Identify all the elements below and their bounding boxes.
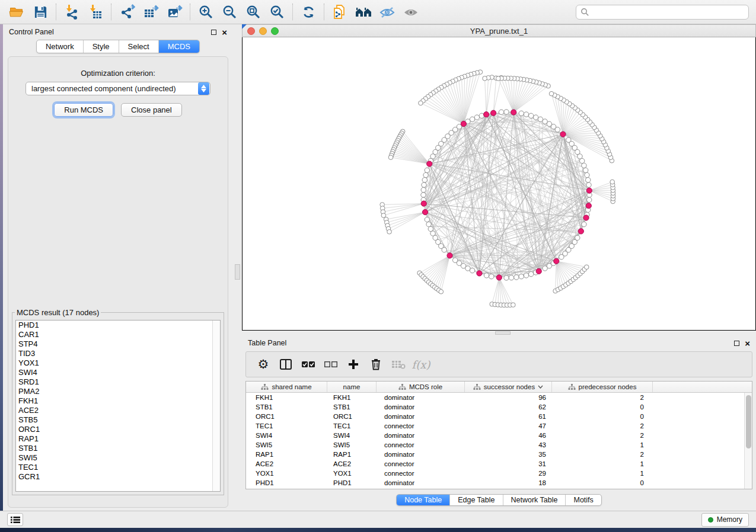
- select-all-icon[interactable]: [297, 354, 320, 374]
- criterion-value: largest connected component (undirected): [26, 84, 198, 93]
- zoom-selected-icon[interactable]: [265, 2, 289, 22]
- mcds-result-item[interactable]: PHD1: [16, 321, 220, 330]
- column-header-successor-nodes[interactable]: successor nodes: [465, 382, 552, 392]
- table-scrollbar-thumb[interactable]: [746, 395, 751, 448]
- mcds-list-scrollbar[interactable]: [212, 321, 220, 491]
- splitter-grip[interactable]: [495, 331, 511, 335]
- column-header-name[interactable]: name: [327, 382, 377, 392]
- float-panel-icon[interactable]: [734, 341, 739, 346]
- criterion-select[interactable]: largest connected component (undirected): [25, 82, 210, 95]
- zoom-fit-icon[interactable]: [241, 2, 265, 22]
- close-panel-icon[interactable]: ×: [222, 30, 227, 35]
- select-stepper-icon: [198, 82, 209, 95]
- table-row[interactable]: ACE2 ACE2 connector 31 1: [246, 459, 752, 469]
- tab-network[interactable]: Network: [37, 40, 83, 53]
- hide-selected-icon[interactable]: [375, 2, 399, 22]
- export-network-icon[interactable]: [115, 2, 139, 22]
- mcds-result-title: MCDS result (17 nodes): [15, 308, 101, 317]
- tab-motifs[interactable]: Motifs: [565, 495, 601, 505]
- fx-label: f(x): [412, 358, 430, 371]
- delete-table-icon: [387, 354, 410, 374]
- network-window-titlebar[interactable]: YPA_prune.txt_1: [242, 24, 756, 37]
- open-file-icon[interactable]: [5, 2, 28, 22]
- mcds-result-item[interactable]: STB1: [16, 444, 220, 453]
- mcds-result-item[interactable]: ORC1: [16, 425, 220, 434]
- table-row[interactable]: RAP1 RAP1 dominator 35 2: [246, 450, 752, 459]
- tab-style[interactable]: Style: [83, 40, 119, 53]
- zoom-in-icon[interactable]: [194, 2, 218, 22]
- refresh-icon[interactable]: [296, 2, 320, 22]
- add-column-icon[interactable]: [342, 354, 365, 374]
- mcds-result-item[interactable]: CAR1: [16, 330, 220, 339]
- search-field[interactable]: [576, 5, 749, 20]
- horizontal-splitter[interactable]: [242, 331, 756, 335]
- memory-button[interactable]: Memory: [701, 513, 749, 527]
- table-row[interactable]: STB1 STB1 dominator 62 0: [246, 402, 752, 412]
- mcds-result-item[interactable]: YOX1: [16, 358, 220, 368]
- table-row[interactable]: PHD1 PHD1 dominator 18 0: [246, 478, 752, 488]
- mcds-result-item[interactable]: GCR1: [16, 472, 220, 482]
- tab-node-table[interactable]: Node Table: [397, 495, 449, 505]
- tab-mcds[interactable]: MCDS: [158, 40, 199, 53]
- mcds-result-group: MCDS result (17 nodes) PHD1CAR1STP4TID3Y…: [12, 308, 224, 495]
- clone-network-icon[interactable]: [328, 2, 352, 22]
- toolbar-separator: [56, 4, 56, 20]
- mcds-result-list[interactable]: PHD1CAR1STP4TID3YOX1SWI4SRD1PMA2FKH1ACE2…: [15, 320, 221, 492]
- splitter-grip[interactable]: [235, 264, 240, 280]
- mcds-result-item[interactable]: TID3: [16, 349, 220, 358]
- mcds-result-item[interactable]: STB5: [16, 415, 220, 425]
- column-header-shared-name[interactable]: shared name: [246, 382, 327, 392]
- vertical-splitter[interactable]: [233, 24, 242, 511]
- mcds-result-item[interactable]: PMA2: [16, 387, 220, 396]
- import-table-icon[interactable]: [84, 2, 107, 22]
- close-panel-button[interactable]: Close panel: [121, 103, 182, 117]
- network-view-window: YPA_prune.txt_1: [242, 24, 756, 331]
- mcds-result-item[interactable]: RAP1: [16, 434, 220, 444]
- table-row[interactable]: TEC1 TEC1 connector 47 2: [246, 421, 752, 431]
- show-all-icon[interactable]: [399, 2, 423, 22]
- table-row[interactable]: ORC1 ORC1 dominator 61 0: [246, 412, 752, 421]
- table-row[interactable]: SWI4 SWI4 dominator 46 2: [246, 431, 752, 440]
- delete-column-icon[interactable]: [365, 354, 387, 374]
- deselect-all-icon[interactable]: [320, 354, 342, 374]
- list-icon: [11, 516, 20, 524]
- close-panel-icon[interactable]: ×: [745, 341, 750, 346]
- table-row[interactable]: YOX1 YOX1 connector 29 1: [246, 469, 752, 478]
- column-visibility-icon[interactable]: [275, 354, 297, 374]
- mcds-result-item[interactable]: STP4: [16, 339, 220, 349]
- column-header-mcds-role[interactable]: MCDS role: [377, 382, 465, 392]
- export-table-icon[interactable]: [139, 2, 162, 22]
- mcds-result-item[interactable]: SWI5: [16, 453, 220, 463]
- tab-network-table[interactable]: Network Table: [503, 495, 566, 505]
- float-panel-icon[interactable]: [211, 30, 216, 35]
- table-row[interactable]: SWI5 SWI5 connector 43 1: [246, 440, 752, 450]
- table-toolbar: ⚙: [245, 351, 752, 377]
- table-row[interactable]: FKH1 FKH1 dominator 96 2: [246, 393, 752, 402]
- tab-edge-table[interactable]: Edge Table: [449, 495, 502, 505]
- network-graph[interactable]: [243, 37, 755, 329]
- export-image-icon[interactable]: [162, 2, 186, 22]
- run-mcds-button[interactable]: Run MCDS: [54, 103, 113, 117]
- table-scrollbar[interactable]: [744, 393, 752, 489]
- column-header-predecessor-nodes[interactable]: predecessor nodes: [552, 382, 653, 392]
- table-panel: Table Panel × ⚙: [242, 335, 756, 511]
- zoom-out-icon[interactable]: [218, 2, 241, 22]
- mcds-result-item[interactable]: SRD1: [16, 377, 220, 387]
- table-tabs: Node Table Edge Table Network Table Moti…: [396, 494, 602, 506]
- desktop-background-bottom: [0, 528, 756, 532]
- save-session-icon[interactable]: [28, 2, 52, 22]
- show-panels-button[interactable]: [7, 513, 23, 526]
- control-panel-title: Control Panel: [9, 28, 54, 36]
- mcds-result-item[interactable]: FKH1: [16, 396, 220, 406]
- network-window-title: YPA_prune.txt_1: [243, 27, 755, 36]
- first-neighbors-icon[interactable]: [352, 2, 375, 22]
- status-bar: Memory: [0, 511, 756, 528]
- tab-select[interactable]: Select: [119, 40, 158, 53]
- import-network-icon[interactable]: [60, 2, 84, 22]
- mcds-result-item[interactable]: ACE2: [16, 406, 220, 415]
- search-input[interactable]: [589, 8, 744, 16]
- mcds-result-item[interactable]: TEC1: [16, 463, 220, 472]
- mcds-result-item[interactable]: SWI4: [16, 368, 220, 377]
- settings-gear-icon[interactable]: ⚙: [252, 354, 275, 374]
- network-canvas[interactable]: [242, 37, 756, 331]
